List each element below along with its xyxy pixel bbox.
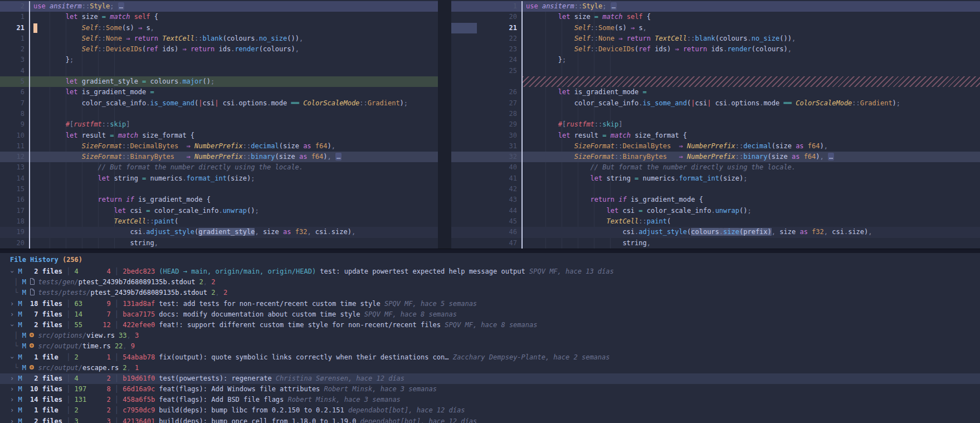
history-commit-row[interactable]: › M 1 file │ 2 2 │ c7950dc9 build(deps):… xyxy=(0,405,980,416)
additions-count: 2 xyxy=(207,289,215,296)
token xyxy=(130,35,134,42)
diff-line[interactable]: 20 string, xyxy=(0,238,438,249)
diff-line[interactable]: 6 let is_gradient_mode = xyxy=(0,87,438,98)
history-file-row[interactable]: └ M src/output/escape.rs 2, 1 xyxy=(0,363,980,373)
chevron-down-icon[interactable]: › xyxy=(7,270,17,274)
token: format_int xyxy=(679,174,719,182)
diff-line[interactable]: 41 let string = numerics.format_int(size… xyxy=(451,173,980,184)
diff-line[interactable]: 2 Self::DeviceIDs(ref ids) ⇒ return ids.… xyxy=(0,44,438,55)
code-text: let string = numerics.format_int(size); xyxy=(30,173,438,184)
token xyxy=(602,174,606,182)
diff-line[interactable]: 21 Self::Some(s) ⇒ s, xyxy=(0,23,438,33)
history-commit-row[interactable]: › M 2 files │ 55 12 │ 422efee0 feat!: su… xyxy=(0,320,980,330)
token: , xyxy=(868,228,872,236)
diff-line[interactable]: 32 SizeFormat::BinaryBytes ⇒ NumberPrefi… xyxy=(451,152,980,162)
token: ()) xyxy=(779,35,792,42)
token: paint xyxy=(647,217,667,225)
diff-line[interactable]: 3 }; xyxy=(0,55,438,65)
diff-line[interactable]: 8 xyxy=(0,109,438,119)
token: , xyxy=(643,24,647,32)
token: . xyxy=(675,174,679,182)
history-commit-row[interactable]: › M 2 files │ 4 2 │ b19d61f0 test(powert… xyxy=(0,373,980,384)
history-commit-row[interactable]: › M 2 files │ 3 3 │ 42136401 build(deps)… xyxy=(0,416,980,423)
diff-line[interactable]: 24 }; xyxy=(451,55,980,65)
separator: , xyxy=(127,364,131,372)
diff-line[interactable]: 40 // But format the number directly usi… xyxy=(451,162,980,173)
diff-line[interactable]: 23 Self::DeviceIDs(ref ids) ⇒ return ids… xyxy=(451,44,980,55)
diff-line[interactable]: 9 #[rustfmt::skip] xyxy=(0,119,438,130)
diff-line[interactable]: 22 Self::None ⇒ return TextCell::blank(c… xyxy=(451,33,980,44)
history-file-row[interactable]: │ M src/options/view.rs 33, 3 xyxy=(0,330,980,341)
diff-line[interactable]: 7 color_scale_info.is_some_and(|csi| csi… xyxy=(0,98,438,109)
commit-hash: b19d61f0 xyxy=(123,375,155,382)
token: , xyxy=(154,239,158,247)
token: Self xyxy=(82,35,98,42)
line-number: 25 xyxy=(477,66,521,76)
token xyxy=(526,228,622,236)
token xyxy=(526,163,591,171)
token: no_size xyxy=(752,35,780,42)
diff-line[interactable]: 26 let is_gradient_mode = xyxy=(451,87,980,98)
diff-line[interactable]: 29 #[rustfmt::skip] xyxy=(451,119,980,130)
diff-line[interactable]: 47 string, xyxy=(451,238,980,249)
diff-line[interactable]: 30 let result = match size_format { xyxy=(451,130,980,141)
token xyxy=(824,153,828,161)
token: … xyxy=(335,153,342,161)
diff-panel-new[interactable]: 1use ansiterm::Style; …20 let size = mat… xyxy=(451,0,980,249)
diff-line[interactable]: 15 xyxy=(0,184,438,195)
diff-line[interactable]: 14 let string = numerics.format_int(size… xyxy=(0,173,438,184)
diff-line[interactable]: 18 TextCell::paint( xyxy=(0,216,438,227)
token: size xyxy=(279,153,295,161)
diff-line[interactable]: 10 let result = match size_format { xyxy=(0,130,438,141)
token: match xyxy=(602,13,622,21)
diff-line[interactable]: 25 xyxy=(451,66,980,76)
diff-line[interactable]: 5 let gradient_style = colours.major(); xyxy=(0,76,438,87)
token: f64 xyxy=(315,142,328,150)
diff-panel-old[interactable]: 2use ansiterm::Style; …1 let size = matc… xyxy=(0,0,438,249)
separator: │ xyxy=(62,268,75,275)
history-commit-row[interactable]: › M 10 files │ 197 8 │ 66d16a9c feat(fla… xyxy=(0,384,980,395)
diff-line[interactable]: 45 TextCell::paint( xyxy=(451,216,980,227)
diff-line[interactable]: 12 SizeFormat::BinaryBytes ⇒ NumberPrefi… xyxy=(0,152,438,162)
diff-line[interactable]: 16 return if is_gradient_mode { xyxy=(0,195,438,205)
chevron-down-icon[interactable]: › xyxy=(7,323,17,327)
history-commit-row[interactable]: › M 7 files │ 14 7 │ baca7175 docs: modi… xyxy=(0,309,980,320)
diff-line[interactable]: 13 // But format the number directly usi… xyxy=(0,162,438,173)
diff-line[interactable]: 46 csi.adjust_style(colours.size(prefix)… xyxy=(451,227,980,237)
history-commit-row[interactable]: › M 2 files │ 4 4 │ 2bedc823 (HEAD → mai… xyxy=(0,266,980,277)
separator: , xyxy=(203,278,207,286)
additions-count: 131 xyxy=(75,396,99,403)
sign-column xyxy=(451,173,477,184)
diff-line[interactable]: 44 let csi = color_scale_info.unwrap(); xyxy=(451,206,980,216)
history-file-row[interactable]: │ M tests/gen/ptest_2439b7d68089135b.std… xyxy=(0,277,980,288)
diff-line[interactable]: 21 Self::Some(s) ⇒ s, xyxy=(451,23,980,33)
history-file-row[interactable]: └ M src/output/time.rs 22, 9 xyxy=(0,341,980,352)
token: ) xyxy=(768,228,772,236)
diff-line[interactable] xyxy=(451,76,980,87)
diff-line[interactable]: 42 xyxy=(451,184,980,195)
token xyxy=(526,217,607,225)
diff-line[interactable]: 1 let size = match self { xyxy=(0,12,438,22)
token: ) xyxy=(816,153,820,161)
history-commit-row[interactable]: › M 18 files │ 63 9 │ 131ad8af test: add… xyxy=(0,299,980,309)
history-commit-row[interactable]: › M 14 files │ 131 2 │ 458a6f5b feat(fla… xyxy=(0,395,980,405)
token: csi xyxy=(715,99,728,107)
token xyxy=(779,99,783,107)
history-file-row[interactable]: └ M tests/ptests/ptest_2439b7d68089135b.… xyxy=(0,288,980,298)
diff-line[interactable]: 11 SizeFormat::DecimalBytes ⇒ NumberPref… xyxy=(0,141,438,152)
diff-line[interactable]: 1use ansiterm::Style; … xyxy=(451,1,980,12)
diff-line[interactable]: 31 SizeFormat::DecimalBytes ⇒ NumberPref… xyxy=(451,141,980,152)
diff-line[interactable]: 28 xyxy=(451,109,980,119)
history-commit-row[interactable]: › M 1 file │ 2 1 │ 54abab78 fix(output):… xyxy=(0,352,980,363)
diff-line[interactable]: 19 csi.adjust_style(gradient_style, size… xyxy=(0,227,438,237)
diff-line[interactable]: 20 let size = match self { xyxy=(451,12,980,22)
diff-line[interactable]: 2use ansiterm::Style; … xyxy=(0,1,438,12)
deletions-count: 12 xyxy=(99,321,111,329)
diff-line[interactable]: 4 xyxy=(0,66,438,76)
chevron-down-icon[interactable]: › xyxy=(7,356,17,359)
diff-line[interactable]: 43 return if is_gradient_mode { xyxy=(451,195,980,205)
diff-line[interactable]: 17 let csi = color_scale_info.unwrap(); xyxy=(0,206,438,216)
diff-line[interactable]: 27 color_scale_info.is_some_and(|csi| cs… xyxy=(451,98,980,109)
token: ( xyxy=(279,142,283,150)
diff-line[interactable]: 1 Self::None ⇒ return TextCell::blank(co… xyxy=(0,33,438,44)
